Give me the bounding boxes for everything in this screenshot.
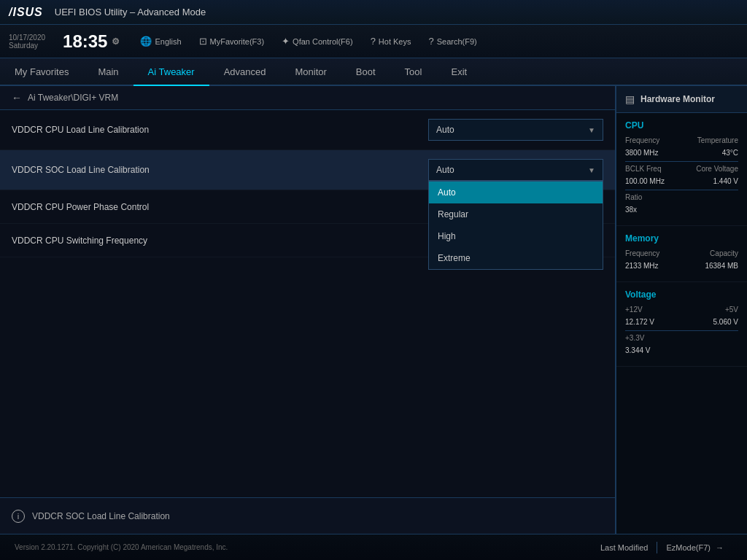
hotkeys-icon: ? [371, 36, 376, 47]
footer-left: Version 2.20.1271. Copyright (C) 2020 Am… [15, 543, 228, 551]
setting-label-vddcr-cpu-switching: VDDCR CPU Switching Frequency [12, 236, 147, 246]
hw-volt-33-value: 3.344 V [625, 346, 650, 354]
hw-cpu-title: CPU [625, 120, 738, 131]
hw-mem-freq-value: 2133 MHz [625, 262, 659, 270]
myfavorite-btn[interactable]: ⊡ MyFavorite(F3) [196, 34, 268, 48]
settings-list: VDDCR CPU Load Line Calibration Auto ▼ V… [0, 110, 615, 497]
app-title: UEFI BIOS Utility – Advanced Mode [55, 7, 206, 18]
status-bar: i VDDCR SOC Load Line Calibration [0, 497, 615, 534]
dropdown-arrow-soc-icon: ▼ [588, 166, 595, 174]
hw-volt-5-value: 5.060 V [713, 318, 738, 326]
footer-right: Last Modified EzMode(F7) → [592, 540, 732, 555]
hw-cpu-freq-val-row: 3800 MHz 43°C [625, 149, 738, 157]
breadcrumb-bar: ← Ai Tweaker\DIGI+ VRM [0, 86, 615, 110]
dropdown-option-high[interactable]: High [429, 225, 603, 247]
qfan-btn[interactable]: ✦ Qfan Control(F6) [279, 34, 356, 48]
hw-volt-33-val-row: 3.344 V [625, 346, 738, 354]
hw-cpu-freq-value: 3800 MHz [625, 149, 659, 157]
footer-bar: Version 2.20.1271. Copyright (C) 2020 Am… [0, 534, 747, 560]
hw-cpu-bclk-value: 100.00 MHz [625, 177, 665, 185]
tab-tool[interactable]: Tool [390, 58, 437, 86]
tab-exit[interactable]: Exit [436, 58, 481, 86]
dropdown-option-auto[interactable]: Auto [429, 182, 603, 203]
time-value: 18:35 [63, 33, 107, 50]
setting-control-vddcr-soc-load: Auto ▼ Auto Regular High Extreme [428, 159, 603, 181]
dropdown-arrow-icon: ▼ [588, 126, 595, 134]
search-btn[interactable]: ? Search(F9) [426, 34, 480, 48]
setting-label-vddcr-cpu-power: VDDCR CPU Power Phase Control [12, 202, 149, 212]
hw-cpu-freq-label: Frequency [625, 136, 659, 144]
ez-mode-arrow-icon: → [716, 543, 724, 552]
dropdown-vddcr-cpu-load[interactable]: Auto ▼ [428, 119, 603, 141]
hw-cpu-ratio-val-row: 38x [625, 206, 738, 214]
tab-ai-tweaker[interactable]: Ai Tweaker [133, 58, 209, 86]
hw-cpu-ratio-label: Ratio [625, 193, 642, 201]
setting-label-vddcr-cpu-load: VDDCR CPU Load Line Calibration [12, 125, 149, 135]
hw-monitor-panel: ▤ Hardware Monitor CPU Frequency Tempera… [616, 86, 747, 534]
hw-mem-cap-value: 16384 MB [705, 262, 738, 270]
dropdown-vddcr-soc-load[interactable]: Auto ▼ [428, 159, 603, 181]
settings-icon[interactable]: ⚙ [112, 37, 120, 46]
dropdown-option-regular[interactable]: Regular [429, 203, 603, 225]
setting-row-vddcr-cpu-load[interactable]: VDDCR CPU Load Line Calibration Auto ▼ [0, 110, 615, 150]
setting-control-vddcr-cpu-load: Auto ▼ [428, 119, 603, 141]
hw-cpu-bclk-row: BCLK Freq Core Voltage [625, 165, 738, 173]
hw-section-voltage: Voltage +12V +5V 12.172 V 5.060 V +3.3V … [616, 282, 747, 367]
hw-volt-12-val-row: 12.172 V 5.060 V [625, 318, 738, 326]
main-content: ← Ai Tweaker\DIGI+ VRM VDDCR CPU Load Li… [0, 86, 616, 534]
tab-boot[interactable]: Boot [341, 58, 390, 86]
back-button[interactable]: ← [12, 92, 22, 104]
hw-divider-3 [625, 330, 738, 331]
tab-my-favorites[interactable]: My Favorites [0, 58, 83, 86]
hw-volt-12-row: +12V +5V [625, 306, 738, 314]
hw-volt-12-label: +12V [625, 306, 643, 314]
hw-mem-freq-label: Frequency [625, 249, 659, 257]
hw-cpu-temp-value: 43°C [722, 149, 738, 157]
globe-icon: 🌐 [140, 36, 152, 47]
hw-monitor-title: Hardware Monitor [640, 94, 715, 104]
hw-memory-title: Memory [625, 233, 738, 244]
date-time: 10/17/2020 Saturday [9, 34, 45, 50]
ez-mode-btn[interactable]: EzMode(F7) → [657, 540, 732, 555]
hw-cpu-voltage-label: Core Voltage [696, 165, 738, 173]
tab-monitor[interactable]: Monitor [281, 58, 341, 86]
setting-row-vddcr-soc-load[interactable]: VDDCR SOC Load Line Calibration Auto ▼ A… [0, 150, 615, 190]
hw-cpu-freq-row: Frequency Temperature [625, 136, 738, 144]
hotkeys-btn[interactable]: ? Hot Keys [368, 34, 414, 48]
hw-mem-labels-row: Frequency Capacity [625, 249, 738, 257]
hw-divider-2 [625, 190, 738, 190]
tab-advanced[interactable]: Advanced [209, 58, 281, 86]
monitor-icon: ▤ [625, 93, 635, 105]
language-btn[interactable]: 🌐 English [137, 34, 184, 48]
header-row: 10/17/2020 Saturday 18:35 ⚙ 🌐 English ⊡ … [0, 25, 747, 58]
content-area: ← Ai Tweaker\DIGI+ VRM VDDCR CPU Load Li… [0, 86, 747, 534]
fan-icon: ✦ [282, 36, 290, 47]
hw-section-cpu: CPU Frequency Temperature 3800 MHz 43°C … [616, 113, 747, 226]
hw-volt-33-row: +3.3V [625, 334, 738, 342]
hw-volt-5-label: +5V [725, 306, 738, 314]
hw-volt-12-value: 12.172 V [625, 318, 654, 326]
time-display: 18:35 ⚙ [63, 33, 120, 50]
asus-logo: /ISUS [9, 6, 43, 19]
info-icon: i [12, 510, 25, 523]
top-bar: /ISUS UEFI BIOS Utility – Advanced Mode [0, 0, 747, 25]
dropdown-option-extreme[interactable]: Extreme [429, 247, 603, 269]
hw-voltage-title: Voltage [625, 289, 738, 300]
tab-main[interactable]: Main [83, 58, 133, 86]
asus-logo-text: /ISUS [9, 6, 43, 19]
favorite-icon: ⊡ [199, 36, 207, 47]
nav-tabs: My Favorites Main Ai Tweaker Advanced Mo… [0, 58, 747, 86]
search-icon: ? [429, 36, 434, 47]
status-text: VDDCR SOC Load Line Calibration [32, 511, 170, 521]
hw-section-memory: Memory Frequency Capacity 2133 MHz 16384… [616, 226, 747, 282]
date-display: 10/17/2020 Saturday [9, 34, 45, 50]
header-actions: 🌐 English ⊡ MyFavorite(F3) ✦ Qfan Contro… [137, 34, 479, 48]
last-modified-btn[interactable]: Last Modified [592, 540, 657, 555]
hw-cpu-ratio-value: 38x [625, 206, 637, 214]
hw-monitor-header: ▤ Hardware Monitor [616, 86, 747, 113]
hw-cpu-temp-label: Temperature [697, 136, 738, 144]
breadcrumb: Ai Tweaker\DIGI+ VRM [28, 93, 118, 103]
hw-mem-cap-label: Capacity [710, 249, 738, 257]
hw-cpu-bclk-val-row: 100.00 MHz 1.440 V [625, 177, 738, 185]
hw-cpu-voltage-value: 1.440 V [713, 177, 738, 185]
